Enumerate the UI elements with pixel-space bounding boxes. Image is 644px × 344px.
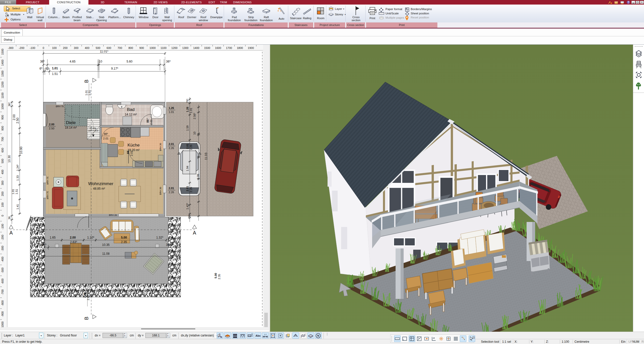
svg-text:ROOM: ROOM bbox=[248, 335, 253, 337]
svg-text:-700: -700 bbox=[1, 290, 4, 295]
svg-text:1300: 1300 bbox=[1, 71, 4, 77]
svg-text:1.01: 1.01 bbox=[169, 110, 174, 113]
svg-text:10.90: 10.90 bbox=[19, 147, 23, 154]
svg-text:1.33: 1.33 bbox=[16, 175, 19, 181]
svg-text:48.85 m²: 48.85 m² bbox=[93, 187, 105, 190]
svg-text:1900: 1900 bbox=[248, 46, 254, 49]
svg-text:2.01: 2.01 bbox=[103, 137, 108, 140]
svg-text:1600: 1600 bbox=[215, 46, 221, 49]
svg-text:-300: -300 bbox=[1, 246, 4, 251]
svg-text:800: 800 bbox=[128, 46, 133, 49]
svg-text:1.51: 1.51 bbox=[15, 189, 18, 194]
svg-text:1200: 1200 bbox=[1, 81, 4, 88]
svg-text:A: A bbox=[193, 230, 196, 236]
svg-text:BRH 30: BRH 30 bbox=[159, 187, 162, 195]
svg-text:2.00: 2.00 bbox=[70, 236, 76, 239]
svg-text:Wohnzimmer: Wohnzimmer bbox=[88, 181, 113, 186]
svg-text:100: 100 bbox=[1, 203, 4, 207]
svg-text:900: 900 bbox=[1, 115, 4, 120]
svg-text:2.26: 2.26 bbox=[189, 145, 192, 150]
svg-text:1.51: 1.51 bbox=[88, 90, 91, 95]
svg-text:1.51: 1.51 bbox=[52, 72, 58, 76]
svg-text:A: A bbox=[9, 230, 13, 236]
svg-text:2.35: 2.35 bbox=[218, 274, 221, 279]
svg-text:-500: -500 bbox=[1, 268, 4, 273]
svg-text:1.26: 1.26 bbox=[186, 107, 189, 112]
svg-text:Abc: Abc bbox=[255, 334, 261, 337]
svg-text:88: 88 bbox=[146, 120, 149, 123]
svg-text:1.65: 1.65 bbox=[50, 236, 56, 239]
svg-text:2.01: 2.01 bbox=[186, 144, 189, 149]
svg-text:1.26: 1.26 bbox=[169, 106, 174, 109]
svg-text:14.12 m²: 14.12 m² bbox=[125, 113, 137, 116]
svg-text:1800: 1800 bbox=[237, 46, 243, 49]
svg-text:2.26: 2.26 bbox=[189, 187, 192, 192]
svg-text:0: 0 bbox=[43, 46, 44, 49]
svg-text:400: 400 bbox=[1, 170, 4, 174]
svg-text:1500: 1500 bbox=[1, 49, 4, 55]
svg-text:-600: -600 bbox=[1, 278, 4, 284]
svg-text:4.06: 4.06 bbox=[197, 174, 200, 179]
svg-text:1300: 1300 bbox=[182, 46, 188, 49]
svg-text:200: 200 bbox=[63, 46, 68, 49]
svg-text:-100: -100 bbox=[1, 224, 4, 230]
svg-text:700: 700 bbox=[117, 46, 122, 49]
svg-text:2.35: 2.35 bbox=[121, 240, 127, 244]
svg-text:-100: -100 bbox=[30, 46, 35, 49]
svg-text:5.60: 5.60 bbox=[126, 60, 133, 63]
svg-text:1.01: 1.01 bbox=[52, 67, 58, 70]
svg-text:200: 200 bbox=[1, 191, 4, 196]
svg-text:B: B bbox=[84, 317, 89, 320]
svg-text:N: N bbox=[317, 334, 319, 337]
svg-text:800: 800 bbox=[1, 126, 4, 130]
svg-text:11.08: 11.08 bbox=[102, 252, 109, 255]
svg-text:BRH 26: BRH 26 bbox=[109, 214, 117, 216]
svg-text:1.59: 1.59 bbox=[186, 125, 189, 131]
svg-text:BRH 75: BRH 75 bbox=[56, 105, 64, 108]
svg-text:700: 700 bbox=[1, 137, 4, 141]
svg-text:1.01: 1.01 bbox=[85, 90, 88, 95]
svg-text:83: 83 bbox=[45, 67, 49, 70]
svg-text:2.01: 2.01 bbox=[130, 151, 133, 156]
svg-text:-900: -900 bbox=[1, 311, 4, 317]
svg-text:11.03: 11.03 bbox=[204, 153, 208, 160]
svg-text:500: 500 bbox=[96, 46, 100, 49]
svg-text:400: 400 bbox=[85, 46, 89, 49]
svg-text:10: 10 bbox=[99, 60, 102, 63]
svg-text:365: 365 bbox=[40, 60, 45, 63]
svg-text:36: 36 bbox=[188, 215, 191, 218]
svg-text:1200: 1200 bbox=[171, 46, 177, 49]
svg-text:5: 5 bbox=[146, 118, 148, 119]
svg-text:2.00: 2.00 bbox=[83, 292, 86, 298]
svg-text:15 Stg.: 15 Stg. bbox=[90, 127, 97, 129]
svg-text:1700: 1700 bbox=[226, 46, 232, 49]
svg-text:0: 0 bbox=[1, 215, 4, 216]
svg-text:1.01: 1.01 bbox=[189, 108, 192, 113]
svg-text:BRH 30: BRH 30 bbox=[159, 143, 162, 151]
svg-text:100: 100 bbox=[52, 46, 56, 49]
svg-text:Bad: Bad bbox=[127, 107, 135, 112]
svg-text:-300: -300 bbox=[8, 46, 13, 49]
svg-text:10.30: 10.30 bbox=[8, 155, 11, 163]
svg-text:2.50: 2.50 bbox=[16, 118, 19, 124]
svg-text:2.01: 2.01 bbox=[186, 186, 189, 191]
svg-text:18/7 / 25.5: 18/7 / 25.5 bbox=[88, 129, 98, 132]
svg-text:18.14 m²: 18.14 m² bbox=[65, 126, 77, 129]
svg-text:1.245: 1.245 bbox=[16, 164, 19, 171]
svg-text:1.01: 1.01 bbox=[12, 189, 15, 194]
svg-text:300: 300 bbox=[1, 181, 4, 185]
svg-text:2.00: 2.00 bbox=[12, 114, 16, 120]
svg-text:10: 10 bbox=[193, 132, 196, 135]
svg-text:BRH 75: BRH 75 bbox=[46, 177, 49, 185]
svg-text:500: 500 bbox=[1, 159, 4, 163]
svg-text:1500: 1500 bbox=[204, 46, 210, 49]
svg-text:1000: 1000 bbox=[149, 46, 155, 49]
svg-text:-200: -200 bbox=[1, 235, 4, 240]
svg-text:-1000: -1000 bbox=[1, 322, 4, 327]
svg-text:-200: -200 bbox=[19, 46, 24, 49]
svg-text:1.41: 1.41 bbox=[16, 204, 19, 209]
svg-text:-400: -400 bbox=[1, 257, 4, 262]
svg-text:1400: 1400 bbox=[1, 60, 4, 66]
svg-text:900: 900 bbox=[139, 46, 144, 49]
svg-text:2.01: 2.01 bbox=[150, 119, 153, 125]
